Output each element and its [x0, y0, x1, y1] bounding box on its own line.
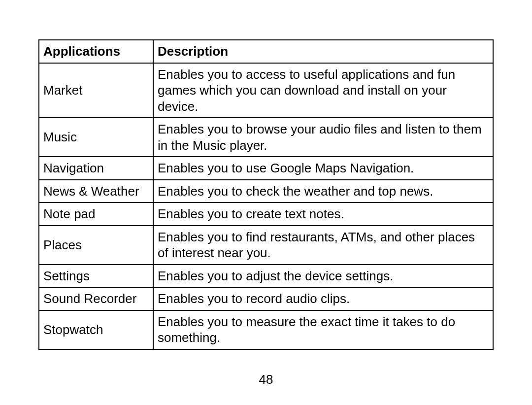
app-name: Navigation [39, 157, 153, 180]
app-name: Note pad [39, 202, 153, 226]
table-row: Settings Enables you to adjust the devic… [39, 265, 493, 288]
app-desc: Enables you to browse your audio files a… [153, 118, 493, 157]
app-desc: Enables you to access to useful applicat… [153, 63, 493, 118]
table-row: Note pad Enables you to create text note… [39, 202, 493, 226]
header-applications: Applications [39, 40, 153, 63]
app-name: Settings [39, 265, 153, 288]
applications-table: Applications Description Market Enables … [38, 39, 494, 350]
app-desc: Enables you to measure the exact time it… [153, 310, 493, 349]
header-description: Description [153, 40, 493, 63]
app-name: Sound Recorder [39, 287, 153, 310]
app-desc: Enables you to find restaurants, ATMs, a… [153, 226, 493, 265]
table-row: Stopwatch Enables you to measure the exa… [39, 310, 493, 349]
app-desc: Enables you to check the weather and top… [153, 180, 493, 203]
table-row: Market Enables you to access to useful a… [39, 63, 493, 118]
app-desc: Enables you to record audio clips. [153, 287, 493, 310]
app-name: Market [39, 63, 153, 118]
app-desc: Enables you to create text notes. [153, 202, 493, 226]
app-desc: Enables you to use Google Maps Navigatio… [153, 157, 493, 180]
table-row: Navigation Enables you to use Google Map… [39, 157, 493, 180]
app-name: Stopwatch [39, 310, 153, 349]
table-row: Places Enables you to find restaurants, … [39, 226, 493, 265]
table-row: News & Weather Enables you to check the … [39, 180, 493, 203]
table-row: Music Enables you to browse your audio f… [39, 118, 493, 157]
table-header-row: Applications Description [39, 40, 493, 63]
app-name: News & Weather [39, 180, 153, 203]
app-desc: Enables you to adjust the device setting… [153, 265, 493, 288]
app-name: Music [39, 118, 153, 157]
app-name: Places [39, 226, 153, 265]
page-number: 48 [0, 372, 532, 387]
table-row: Sound Recorder Enables you to record aud… [39, 287, 493, 310]
